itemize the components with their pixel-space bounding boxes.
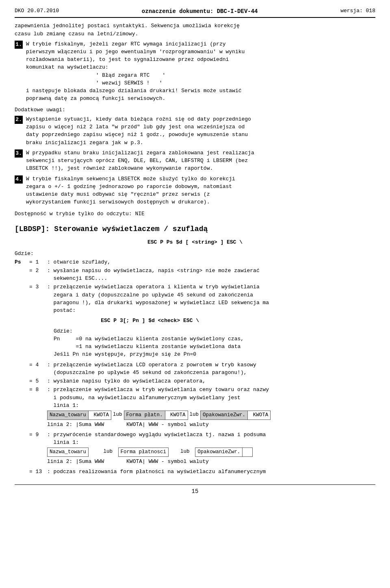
eq-text-13: : podczas realizowania form płatności na…: [47, 468, 266, 476]
eq-label-5: = 5: [29, 377, 47, 385]
eq-label-4: = 4: [29, 361, 47, 376]
eq-label-3: = 3: [29, 283, 47, 314]
page-footer: 15: [15, 484, 375, 495]
eq-text-5: : wysłanie napisu tylko do wyświetlacza …: [47, 377, 206, 385]
sub-item-2: 2. Wystąpienie sytuacji, kiedy data bież…: [15, 115, 375, 147]
cell-lub3: lub: [103, 447, 114, 457]
eq-text-9: : przywrócenie standardowego wyglądu wyś…: [47, 431, 266, 446]
cell-sp5: [243, 447, 253, 457]
eq-item-3: = 3 : przełączenie wyświetlacza operator…: [29, 283, 271, 314]
additional-notes: Dodatkowe uwagi: 2. Wystąpienie sytuacji…: [15, 106, 375, 206]
eq-label-8: = 8: [29, 386, 47, 409]
linia2-text-1: linia 2: |Suma WWW KWOTA| WWW - symbol w…: [47, 421, 271, 428]
linia1-table-row1: Nazwa_towaru KWOTA lub Forma płatn. KWOT…: [47, 411, 271, 420]
ps-block: Ps = 1 : otwarcie szuflady, = 2 : wysłan…: [15, 258, 375, 476]
main-command: ESC P Ps $d [ <string> ] ESC \: [15, 238, 375, 246]
numbered-item-1: 1. W trybie fiskalnym, jeżeli zegar RTC …: [15, 40, 375, 103]
eq-item-8: = 8 : przełączenie wyświetlacza w tryb w…: [29, 386, 271, 409]
eq-item-4: = 4 : przełączenie wyświetlacza LCD oper…: [29, 361, 271, 376]
cell-forma2: Forma płatnosci: [118, 447, 169, 457]
eq-label-13: = 13: [29, 468, 47, 476]
cell-lub2: lub: [188, 411, 201, 420]
eq-text-4: : przełączenie wyświetlacza LCD operator…: [47, 361, 256, 376]
eq-label-9: = 9: [29, 431, 47, 446]
cell-sp4: [191, 447, 195, 457]
eq-item-9: = 9 : przywrócenie standardowego wyglądu…: [29, 431, 271, 446]
main-content: zapewnienia jednolitej postaci syntaktyk…: [15, 22, 375, 476]
sub-num-3: 3.: [15, 149, 23, 158]
linia2-text-2: linia 2: |Suma WWW KWOTA| WWW - symbol w…: [47, 458, 271, 465]
intro-text: zapewnienia jednolitej postaci syntaktyk…: [15, 22, 375, 37]
pn-line-1: Pn =0 na wyświetlaczu klienta zostanie w…: [54, 335, 271, 343]
gdzie-label: Gdzie:: [15, 250, 375, 257]
sub-num-2: 2.: [15, 116, 23, 124]
header-left: DKO 20.07.2010: [15, 7, 59, 15]
sub-text-2: Wystąpienie sytuacji, kiedy data bieżąca…: [26, 115, 375, 147]
eq-text-3: : przełączenie wyświetlacza operatora i …: [47, 283, 269, 314]
sub-text-4: W trybie fiskalnym sekwencja LBSETCK moż…: [26, 175, 375, 206]
cell-opak1: OpakowanieZwr.: [200, 411, 248, 420]
header-right: wersja: 018: [340, 7, 375, 15]
section-heading: [LBDSP]: Sterowanie wyświetlaczem / szuf…: [15, 224, 375, 235]
eq-item-5: = 5 : wysłanie napisu tylko do wyświetla…: [29, 377, 271, 385]
page-number: 15: [192, 488, 199, 495]
cell-forma1: Forma płatn.: [124, 411, 165, 420]
linia1-table-row2: Nazwa_towaru lub Forma płatnosci lub Opa…: [47, 447, 271, 457]
sub-num-4: 4.: [15, 175, 23, 184]
eq-text-2: : wysłanie napisu do wyświetlacza, napis…: [47, 267, 260, 282]
cell-nazwa2: Nazwa_towaru: [47, 447, 89, 457]
eq-item-2: = 2 : wysłanie napisu do wyświetlacza, n…: [29, 267, 271, 282]
header-center: oznaczenie dokumentu: DBC-I-DEV-44: [142, 7, 258, 15]
gdzie-sub-block: Gdzie: Pn =0 na wyświetlaczu klienta zos…: [54, 327, 271, 359]
gdzie-block: Gdzie: Ps = 1 : otwarcie szuflady, = 2 :…: [15, 250, 375, 477]
intro-line1: zapewnienia jednolitej postaci syntaktyk…: [15, 22, 375, 30]
cell-nazwa1: Nazwa_towaru: [47, 411, 89, 420]
intro-line2: czasu lub zmianę czasu na letni/zimowy.: [15, 30, 375, 38]
pn-line-2: =1 na wyświetlaczu klienta zostanie wyśw…: [54, 343, 271, 350]
cell-kwota3: KWOTA: [248, 411, 271, 420]
ps-label: Ps: [15, 258, 29, 266]
eq-label-2: = 2: [29, 267, 47, 282]
sub-command: ESC P 3[; Pn ] $d <check> ESC \: [29, 317, 271, 324]
cell-kwota1: KWOTA: [89, 411, 111, 420]
item-text-1: W trybie fiskalnym, jeżeli zegar RTC wym…: [26, 40, 375, 103]
cell-lub1: lub: [111, 411, 124, 420]
pn-line-3: Jeśli Pn nie występuje, przyjmuje się że…: [54, 350, 271, 358]
notes-header: Dodatkowe uwagi:: [15, 106, 375, 114]
item-num-1: 1.: [15, 41, 23, 49]
availability: Dostępność w trybie tylko do odczytu: NI…: [15, 210, 375, 218]
cell-sp1: [89, 447, 103, 457]
sub-text-3: W przypadku stanu braku inicjalizacji ze…: [26, 149, 375, 173]
page-header: DKO 20.07.2010 oznaczenie dokumentu: DBC…: [15, 7, 375, 18]
eq-item-13: = 13 : podczas realizowania form płatnoś…: [29, 468, 271, 476]
eq-text-8: : przełączenie wyświetlacza w tryb wyświ…: [47, 386, 269, 409]
cell-opak2: OpakowanieZwr.: [195, 447, 243, 457]
sub-gdzie-label: Gdzie:: [54, 327, 271, 335]
eq-item-1: = 1 : otwarcie szuflady,: [29, 258, 271, 266]
eq-label-1: = 1: [29, 258, 47, 266]
ps-items: = 1 : otwarcie szuflady, = 2 : wysłanie …: [29, 258, 271, 476]
cell-sp2: [113, 447, 118, 457]
sub-item-3: 3. W przypadku stanu braku inicjalizacji…: [15, 149, 375, 173]
sub-item-4: 4. W trybie fiskalnym sekwencja LBSETCK …: [15, 175, 375, 206]
eq-text-1: : otwarcie szuflady,: [47, 258, 110, 266]
cell-lub4: lub: [180, 447, 191, 457]
cell-kwota2: KWOTA: [165, 411, 188, 420]
cell-sp3: [169, 447, 180, 457]
